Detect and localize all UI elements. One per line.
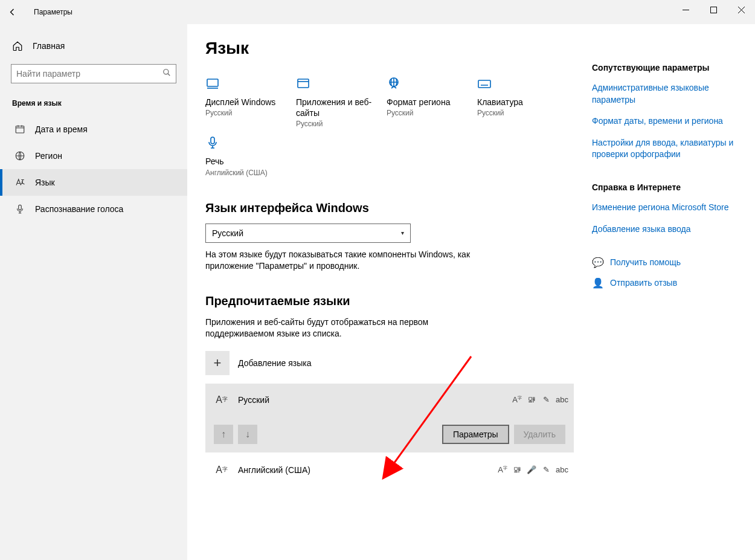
tile-sub: Английский (США)	[205, 169, 290, 177]
nav-speech[interactable]: Распознавание голоса	[0, 196, 187, 222]
svg-rect-4	[19, 205, 22, 210]
svg-rect-0	[710, 7, 716, 13]
search-input[interactable]	[16, 69, 162, 79]
display-lang-icon: A字	[498, 465, 507, 474]
home-icon	[12, 40, 23, 52]
tile-sub: Русский	[205, 109, 290, 117]
language-glyph-icon: A字	[214, 462, 230, 478]
arrow-down-icon: ↓	[245, 429, 250, 440]
mic-icon	[205, 134, 222, 151]
dropdown-value: Русский	[212, 228, 243, 238]
link-date-format[interactable]: Формат даты, времени и региона	[592, 115, 737, 127]
tile-apps[interactable]: Приложения и веб-сайты Русский	[296, 75, 381, 128]
minimize-icon	[683, 7, 689, 13]
back-button[interactable]	[0, 0, 24, 24]
main-content-area: Язык Дисплей Windows Русский Приложения …	[187, 24, 755, 560]
maximize-icon	[710, 7, 717, 13]
nav-region[interactable]: Регион	[0, 143, 187, 169]
minimize-button[interactable]	[672, 0, 699, 19]
svg-rect-5	[207, 79, 218, 86]
help-icon: 💬	[592, 257, 603, 268]
sidebar-section: Время и язык	[0, 94, 187, 116]
chevron-down-icon: ▾	[401, 230, 404, 236]
handwriting-icon: ✎	[541, 465, 551, 474]
tile-region-format[interactable]: Формат региона Русский	[387, 75, 471, 128]
globe-grid-icon	[387, 75, 403, 92]
language-card-english[interactable]: A字 Английский (США) A字 🖳 🎤 ✎ abc	[205, 457, 574, 483]
keyboard-icon	[477, 75, 494, 92]
tile-sub: Русский	[477, 109, 562, 117]
language-delete-button: Удалить	[514, 425, 565, 444]
maximize-button[interactable]	[699, 0, 727, 19]
language-icon	[14, 176, 25, 188]
feedback-link[interactable]: 👤 Отправить отзыв	[592, 277, 737, 289]
plus-icon: +	[214, 355, 222, 371]
add-language-label: Добавление языка	[238, 358, 312, 368]
add-language-row[interactable]: + Добавление языка	[205, 351, 574, 375]
search-icon	[162, 68, 171, 79]
close-button[interactable]	[727, 0, 755, 19]
spellcheck-icon: abc	[556, 395, 565, 404]
tile-title: Приложения и веб-сайты	[296, 97, 381, 118]
window-icon	[296, 75, 313, 92]
tile-title: Дисплей Windows	[205, 97, 290, 108]
nav-date-time[interactable]: Дата и время	[0, 116, 187, 143]
microphone-icon	[14, 203, 25, 215]
titlebar: Параметры	[0, 0, 755, 24]
add-button[interactable]: +	[205, 351, 230, 375]
move-up-button[interactable]: ↑	[214, 425, 233, 444]
language-options-button[interactable]: Параметры	[442, 425, 509, 444]
window-controls	[672, 0, 755, 19]
sidebar: Главная Время и язык Дата и время Регион…	[0, 24, 187, 560]
home-nav[interactable]: Главная	[0, 35, 187, 57]
display-language-dropdown[interactable]: Русский ▾	[205, 224, 411, 243]
spellcheck-icon: abc	[556, 465, 565, 474]
language-name: Русский	[238, 395, 269, 405]
preferred-languages-desc: Приложения и веб-сайты будут отображатьс…	[205, 317, 471, 340]
tts-icon: 🖳	[527, 395, 536, 404]
search-box[interactable]	[11, 64, 176, 83]
arrow-left-icon	[6, 6, 18, 18]
link-add-input-lang[interactable]: Добавление языка ввода	[592, 224, 737, 236]
right-panel: Сопутствующие параметры Административные…	[574, 39, 737, 560]
tile-keyboard[interactable]: Клавиатура Русский	[477, 75, 562, 128]
link-store-region[interactable]: Изменение региона Microsoft Store	[592, 202, 737, 214]
tile-sub: Русский	[387, 109, 471, 117]
globe-icon	[14, 150, 25, 162]
home-label: Главная	[33, 41, 65, 51]
svg-rect-6	[298, 79, 309, 88]
link-input-settings[interactable]: Настройки для ввода, клавиатуры и провер…	[592, 137, 737, 161]
feedback-label: Отправить отзыв	[610, 277, 677, 289]
window-title: Параметры	[34, 8, 72, 16]
get-help-link[interactable]: 💬 Получить помощь	[592, 257, 737, 269]
handwriting-icon: ✎	[541, 395, 551, 404]
link-admin-language[interactable]: Административные языковые параметры	[592, 82, 737, 106]
svg-rect-9	[211, 137, 214, 144]
nav-label: Дата и время	[35, 124, 88, 134]
tile-title: Клавиатура	[477, 97, 562, 108]
tile-title: Формат региона	[387, 97, 471, 108]
page-title: Язык	[205, 39, 574, 58]
feedback-icon: 👤	[592, 277, 603, 289]
tile-speech[interactable]: Речь Английский (США)	[205, 134, 290, 176]
help-label: Получить помощь	[610, 257, 681, 269]
related-heading: Сопутствующие параметры	[592, 63, 737, 72]
tile-title: Речь	[205, 156, 290, 167]
nav-label: Регион	[35, 151, 62, 161]
language-card-russian[interactable]: A字 Русский A字 🖳 ✎ abc ↑ ↓	[205, 384, 574, 452]
display-language-desc: На этом языке будут показываться такие к…	[205, 249, 471, 272]
tile-display[interactable]: Дисплей Windows Русский	[205, 75, 290, 128]
nav-label: Язык	[35, 178, 55, 187]
language-feature-icons: A字 🖳 🎤 ✎ abc	[498, 465, 565, 474]
speech-icon: 🎤	[527, 465, 536, 474]
move-down-button[interactable]: ↓	[238, 425, 257, 444]
nav-label: Распознавание голоса	[35, 204, 123, 214]
tile-sub: Русский	[296, 120, 381, 128]
preferred-languages-heading: Предпочитаемые языки	[205, 294, 574, 308]
nav-language[interactable]: Язык	[0, 169, 187, 196]
display-lang-icon: A字	[512, 395, 522, 404]
tts-icon: 🖳	[512, 465, 522, 474]
language-name: Английский (США)	[238, 465, 310, 475]
language-feature-icons: A字 🖳 ✎ abc	[512, 395, 565, 404]
language-tiles: Дисплей Windows Русский Приложения и веб…	[205, 75, 574, 177]
